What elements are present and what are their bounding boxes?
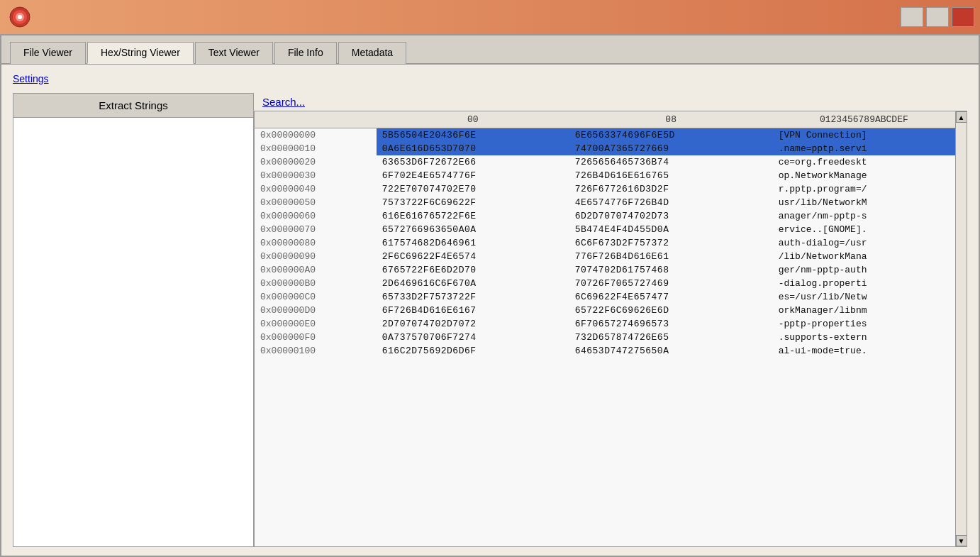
hex-address: 0x00000070 [255,223,377,236]
content-area: Settings Extract Strings Search... [1,65,979,556]
tab-file-info[interactable]: File Info [274,42,337,64]
table-row: 0x00000060616E616765722F6E6D2D707074702D… [255,209,955,223]
table-row: 0x000000902F6C69622F4E6574776F726B4D616E… [255,250,955,263]
col-ascii: 0123456789ABCDEF [773,111,955,128]
hex-table: 00 08 0123456789ABCDEF 0x000000005B56504… [255,111,955,358]
hex-col1: 0A6E616D653D7070 [377,142,569,155]
table-row: 0x000000E02D707074702D70726F706572746965… [255,317,955,331]
table-row: 0x000000706572766963650A0A5B474E4F4D455D… [255,223,955,236]
main-window: File ViewerHex/String ViewerText ViewerF… [0,34,980,557]
hex-address: 0x000000B0 [255,277,377,290]
table-row: 0x000000507573722F6C69622F4E6574776F726B… [255,196,955,209]
app-icon [9,6,31,28]
hex-address: 0x00000090 [255,250,377,263]
hex-col1: 722E707074702E70 [377,182,569,196]
close-button[interactable] [952,7,974,27]
svg-point-3 [18,15,22,19]
hex-address: 0x000000E0 [255,317,377,331]
hex-ascii: r.pptp.program=/ [773,182,955,196]
right-panel: Search... 00 08 0123456789ABCDEF [254,93,967,547]
search-link[interactable]: Search... [262,96,305,108]
hex-col2: 7074702D61757468 [569,263,773,277]
hex-col1: 2D6469616C6F670A [377,277,569,290]
hex-col2: 6C6F673D2F757372 [569,236,773,250]
hex-col2: 732D657874726E65 [569,331,773,344]
hex-table-header: 00 08 0123456789ABCDEF [255,111,955,128]
table-row: 0x000000005B56504E20436F6E6E6563374696F6… [255,128,955,143]
scroll-track[interactable] [956,123,967,535]
hex-ascii: es=/usr/lib/Netw [773,290,955,304]
hex-col2: 70726F7065727469 [569,277,773,290]
hex-col2: 776F726B4D616E61 [569,250,773,263]
extract-strings-body [13,117,254,547]
table-row: 0x000000C065733D2F7573722F6C69622F4E6574… [255,290,955,304]
hex-col1: 616E616765722F6E [377,209,569,223]
hex-ascii: /lib/NetworkMana [773,250,955,263]
hex-col1: 0A737570706F7274 [377,331,569,344]
scroll-down-arrow[interactable]: ▼ [956,535,967,546]
table-row: 0x00000100616C2D75692D6D6F64653D74727565… [255,344,955,358]
hex-col1: 63653D6F72672E66 [377,155,569,169]
vertical-scrollbar[interactable]: ▲ ▼ [955,111,967,546]
table-row: 0x000000A06765722F6E6D2D707074702D617574… [255,263,955,277]
window-controls [901,7,974,27]
col-08: 08 [569,111,773,128]
table-row: 0x000000306F702E4E6574776F726B4D616E6167… [255,169,955,182]
hex-col1: 616C2D75692D6D6F [377,344,569,358]
col-addr [255,111,377,128]
hex-col2: 74700A7365727669 [569,142,773,155]
minimize-button[interactable] [901,7,923,27]
scroll-up-arrow[interactable]: ▲ [956,111,967,123]
hex-col1: 6572766963650A0A [377,223,569,236]
hex-ascii: .supports-extern [773,331,955,344]
hex-col1: 65733D2F7573722F [377,290,569,304]
hex-col2: 7265656465736B74 [569,155,773,169]
hex-address: 0x00000100 [255,344,377,358]
hex-col2: 6F70657274696573 [569,317,773,331]
hex-col1: 7573722F6C69622F [377,196,569,209]
hex-col2: 6D2D707074702D73 [569,209,773,223]
hex-address: 0x00000010 [255,142,377,155]
tab-hex-string-viewer[interactable]: Hex/String Viewer [87,42,194,64]
hex-col1: 2D707074702D7072 [377,317,569,331]
hex-col1: 6F702E4E6574776F [377,169,569,182]
hex-address: 0x00000060 [255,209,377,223]
hex-col1: 2F6C69622F4E6574 [377,250,569,263]
hex-col2: 5B474E4F4D455D0A [569,223,773,236]
hex-ascii: op.NetworkManage [773,169,955,182]
hex-ascii: ce=org.freedeskt [773,155,955,169]
hex-address: 0x000000A0 [255,263,377,277]
settings-link[interactable]: Settings [13,73,967,84]
hex-col2: 6E6563374696F6E5D [569,128,773,143]
table-row: 0x000000D06F726B4D616E616765722F6C69626E… [255,304,955,317]
hex-address: 0x00000030 [255,169,377,182]
tab-text-viewer[interactable]: Text Viewer [195,42,273,64]
extract-strings-header: Extract Strings [13,93,254,117]
tab-metadata[interactable]: Metadata [338,42,406,64]
hex-address: 0x000000D0 [255,304,377,317]
hex-table-body: 0x000000005B56504E20436F6E6E6563374696F6… [255,128,955,358]
hex-col2: 64653D747275650A [569,344,773,358]
col-00: 00 [377,111,569,128]
tab-file-viewer[interactable]: File Viewer [10,42,86,64]
hex-col2: 726F6772616D3D2F [569,182,773,196]
table-row: 0x0000002063653D6F72672E667265656465736B… [255,155,955,169]
hex-col2: 4E6574776F726B4D [569,196,773,209]
hex-ascii: [VPN Connection] [773,128,955,143]
hex-ascii: .name=pptp.servi [773,142,955,155]
hex-ascii: usr/lib/NetworkM [773,196,955,209]
hex-address: 0x00000000 [255,128,377,143]
table-row: 0x000000F00A737570706F7274732D657874726E… [255,331,955,344]
maximize-button[interactable] [926,7,949,27]
table-row: 0x000000B02D6469616C6F670A70726F70657274… [255,277,955,290]
viewer-container: Extract Strings Search... [13,93,967,547]
hex-address: 0x00000020 [255,155,377,169]
hex-ascii: al-ui-mode=true. [773,344,955,358]
hex-table-container: 00 08 0123456789ABCDEF 0x000000005B56504… [254,111,967,547]
left-panel: Extract Strings [13,93,254,547]
hex-col1: 5B56504E20436F6E [377,128,569,143]
hex-col1: 6F726B4D616E6167 [377,304,569,317]
hex-address: 0x00000080 [255,236,377,250]
search-bar[interactable]: Search... [254,93,967,111]
hex-ascii: orkManager/libnm [773,304,955,317]
